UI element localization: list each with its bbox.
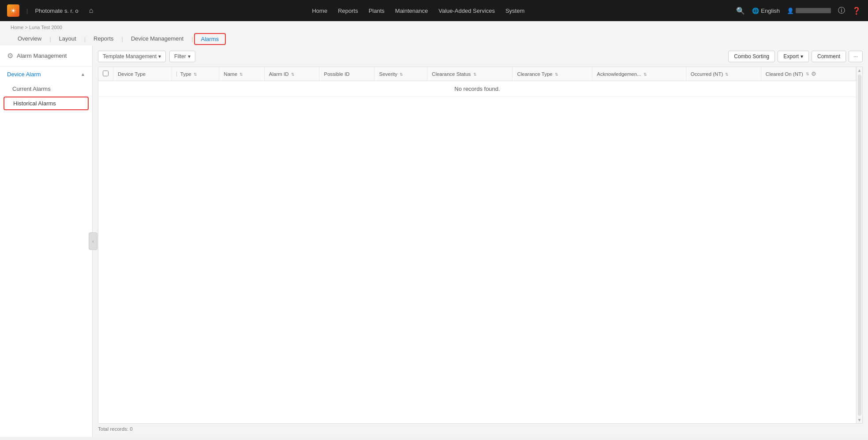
scroll-down-arrow[interactable]: ▼ [857,418,862,422]
alarm-management-icon: ⚙ [7,52,13,60]
total-records-value: 0 [130,426,132,432]
total-records-label: Total records: [98,426,128,432]
col-type[interactable]: Type ⇅ [172,67,219,81]
template-management-label: Template Management [103,53,157,60]
col-device-type[interactable]: Device Type [113,67,172,81]
brand-name: Photomate s. r. o [35,7,78,14]
nav-home[interactable]: Home [312,7,327,14]
toolbar-right: Combo Sorting Export ▾ Comment ··· [728,51,863,62]
col-acknowledgement[interactable]: Acknowledgemen... ⇅ [592,67,686,81]
sidebar-item-current-alarms[interactable]: Current Alarms [0,82,92,96]
template-dropdown-icon: ▾ [158,53,161,60]
tab-reports[interactable]: Reports [86,33,121,45]
col-alarm-id-label: Alarm ID [269,71,289,77]
horizontal-scrollbar-area: ◀ ▶ [98,423,862,424]
tab-layout[interactable]: Layout [52,33,83,45]
sidebar-collapse-button[interactable]: ‹ [89,232,97,250]
vertical-scrollbar[interactable]: ▲ ▼ [856,67,862,423]
nav-plants[interactable]: Plants [369,7,385,14]
filter-button[interactable]: Filter ▾ [169,51,195,62]
tab-alarms[interactable]: Alarms [194,33,226,45]
sidebar-section-header: ⚙ Alarm Management [0,45,92,67]
col-cleared-on-sort-icon: ⇅ [806,72,809,76]
col-severity[interactable]: Severity ⇅ [374,67,427,81]
table-body: No records found. [98,81,856,97]
col-clearance-type[interactable]: Clearance Type ⇅ [513,67,592,81]
more-options-button[interactable]: ··· [849,51,863,62]
col-name[interactable]: Name ⇅ [219,67,264,81]
filter-label: Filter [174,53,186,60]
content-area: Template Management ▾ Filter ▾ Combo Sor… [93,45,868,437]
username-blurred [796,8,831,13]
col-type-label: Type [176,71,191,77]
sidebar-item-historical-alarms[interactable]: Historical Alarms [4,97,89,110]
top-navigation: ☀ | Photomate s. r. o ⌂ Home Reports Pla… [0,0,868,21]
col-severity-sort-icon: ⇅ [400,72,403,77]
col-clearance-status-sort-icon: ⇅ [473,72,477,77]
scroll-up-arrow[interactable]: ▲ [857,68,862,73]
sidebar-item-device-alarm[interactable]: Device Alarm ▲ [0,67,92,82]
select-all-checkbox[interactable] [103,71,108,76]
col-clearance-type-label: Clearance Type [517,71,552,77]
export-button[interactable]: Export ▾ [778,51,809,62]
main-layout: ⚙ Alarm Management Device Alarm ▲ Curren… [0,45,868,437]
col-acknowledgement-label: Acknowledgemen... [597,71,641,77]
nav-maintenance[interactable]: Maintenance [395,7,428,14]
col-name-label: Name [224,71,237,77]
col-cleared-on-label: Cleared On (NT) [766,71,803,77]
collapse-icon: ‹ [92,239,94,244]
breadcrumb-sep: > [25,25,29,30]
sidebar: ⚙ Alarm Management Device Alarm ▲ Curren… [0,45,93,437]
col-clearance-status[interactable]: Clearance Status ⇅ [427,67,513,81]
tab-device-management[interactable]: Device Management [124,33,191,45]
sub-header: Home > Luna Test 2000 Overview | Layout … [0,21,868,45]
nav-reports[interactable]: Reports [338,7,358,14]
nav-system[interactable]: System [505,7,524,14]
col-checkbox [98,67,113,81]
col-type-sort-icon: ⇅ [194,72,197,77]
export-label: Export [783,53,799,60]
col-clearance-status-label: Clearance Status [432,71,471,77]
col-cleared-on[interactable]: Cleared On (NT) ⇅ ⚙ [761,67,856,81]
col-severity-label: Severity [379,71,397,77]
comment-button[interactable]: Comment [812,51,846,62]
device-alarm-label: Device Alarm [7,71,41,78]
nav-value-added-services[interactable]: Value-Added Services [438,7,495,14]
col-acknowledgement-sort-icon: ⇅ [644,72,647,77]
brand-separator: | [26,7,28,14]
no-records-message: No records found. [98,81,856,97]
breadcrumb-home[interactable]: Home [11,25,23,30]
search-icon[interactable]: 🔍 [736,7,745,15]
template-management-button[interactable]: Template Management ▾ [98,51,166,62]
col-device-type-label: Device Type [118,71,146,77]
filter-dropdown-icon: ▾ [188,53,191,60]
user-area: 👤 [787,7,831,14]
col-possible-id[interactable]: Possible ID [319,67,374,81]
col-alarm-id-sort-icon: ⇅ [291,72,295,77]
col-occurred-sort-icon: ⇅ [725,72,729,77]
col-alarm-id[interactable]: Alarm ID ⇅ [264,67,319,81]
home-icon[interactable]: ⌂ [89,7,94,15]
combo-sorting-button[interactable]: Combo Sorting [728,51,775,62]
scroll-track [858,75,861,416]
toolbar: Template Management ▾ Filter ▾ Combo Sor… [98,51,863,62]
export-dropdown-icon: ▾ [801,53,803,60]
col-possible-id-label: Possible ID [324,71,349,77]
data-table-container: Device Type Type ⇅ Name ⇅ [98,67,863,424]
language-label: English [761,7,780,14]
brand-logo: ☀ [7,4,19,17]
no-records-row: No records found. [98,81,856,97]
chevron-up-icon: ▲ [81,72,85,77]
language-selector[interactable]: 🌐 English [752,7,780,14]
table-settings-icon[interactable]: ⚙ [811,71,816,77]
col-occurred-label: Occurred (NT) [691,71,723,77]
info-icon[interactable]: ⓘ [838,6,845,15]
col-clearance-type-sort-icon: ⇅ [555,72,558,77]
help-icon[interactable]: ❓ [852,7,861,15]
breadcrumb-current: Luna Test 2000 [29,25,62,30]
tab-overview[interactable]: Overview [11,33,49,45]
breadcrumb: Home > Luna Test 2000 [11,25,857,30]
globe-icon: 🌐 [752,7,759,14]
col-occurred[interactable]: Occurred (NT) ⇅ [686,67,761,81]
alarms-table: Device Type Type ⇅ Name ⇅ [98,67,856,97]
